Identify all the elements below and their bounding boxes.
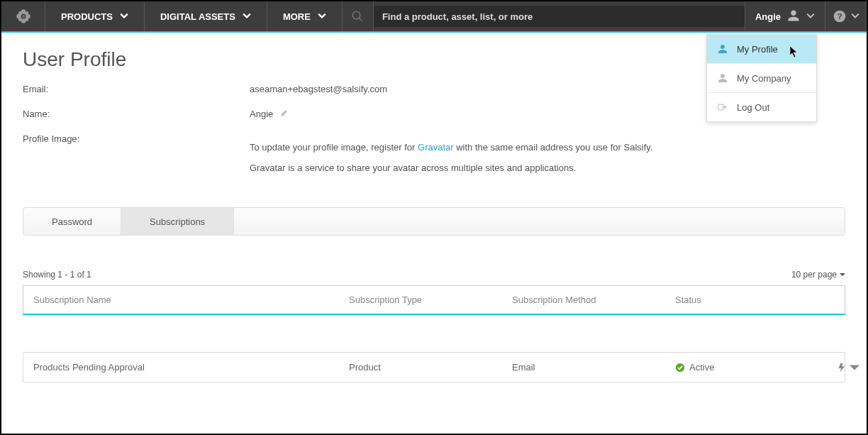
- nav-more-label: MORE: [283, 11, 311, 22]
- menu-my-company[interactable]: My Company: [707, 64, 816, 93]
- svg-point-7: [24, 18, 28, 21]
- gravatar-text-1b: with the same email address you use for …: [454, 142, 653, 153]
- chevron-down-icon: [120, 11, 128, 22]
- svg-point-8: [21, 15, 24, 18]
- gravatar-text-2: Gravatar is a service to share your avat…: [250, 163, 845, 173]
- cell-name: Products Pending Approval: [33, 362, 349, 373]
- nav-assets-label: DIGITAL ASSETS: [160, 11, 235, 22]
- subscriptions-table-body: Products Pending Approval Product Email …: [23, 352, 845, 382]
- search-container: [374, 1, 745, 31]
- svg-text:?: ?: [837, 11, 842, 21]
- user-icon: [786, 9, 801, 25]
- nav-products[interactable]: PRODUCTS: [45, 1, 145, 31]
- col-subscription-type: Subscription Type: [349, 294, 512, 305]
- svg-line-10: [360, 18, 363, 21]
- per-page-label: 10 per page: [791, 270, 837, 280]
- user-dropdown: My Profile My Company Log Out: [706, 34, 817, 122]
- name-label: Name:: [23, 109, 250, 119]
- chevron-down-icon: [318, 11, 326, 22]
- chevron-down-icon: [243, 11, 251, 22]
- caret-down-icon: [840, 272, 845, 277]
- chevron-down-icon: [806, 11, 815, 22]
- menu-company-label: My Company: [737, 73, 791, 84]
- svg-point-5: [24, 11, 28, 15]
- status-text: Active: [689, 362, 714, 373]
- svg-point-6: [18, 18, 21, 21]
- nav-digital-assets[interactable]: DIGITAL ASSETS: [145, 1, 267, 31]
- nav-more[interactable]: MORE: [267, 1, 343, 31]
- tab-password[interactable]: Password: [23, 208, 121, 235]
- table-row[interactable]: Products Pending Approval Product Email …: [23, 352, 845, 382]
- menu-my-profile[interactable]: My Profile: [707, 35, 816, 64]
- name-text: Angie: [250, 109, 273, 119]
- col-subscription-name: Subscription Name: [33, 294, 349, 305]
- cell-type: Product: [349, 362, 512, 373]
- cell-method: Email: [512, 362, 675, 373]
- subscriptions-table-header: Subscription Name Subscription Type Subs…: [23, 285, 845, 315]
- table-summary-bar: Showing 1 - 1 of 1 10 per page: [23, 270, 845, 280]
- showing-count: Showing 1 - 1 of 1: [23, 270, 91, 280]
- email-label: Email:: [23, 84, 250, 94]
- caret-down-icon: [850, 363, 859, 373]
- edit-name-icon[interactable]: [280, 109, 289, 119]
- gravatar-link[interactable]: Gravatar: [418, 142, 454, 153]
- menu-profile-label: My Profile: [737, 44, 778, 55]
- per-page-selector[interactable]: 10 per page: [791, 270, 845, 280]
- gravatar-text-1a: To update your profile image, register f…: [250, 142, 418, 153]
- col-subscription-method: Subscription Method: [512, 294, 675, 305]
- nav-products-label: PRODUCTS: [61, 11, 113, 22]
- row-actions[interactable]: [796, 363, 859, 373]
- tab-subscriptions[interactable]: Subscriptions: [121, 208, 234, 235]
- user-icon: [717, 43, 728, 55]
- col-status: Status: [675, 294, 796, 305]
- mouse-cursor-icon: [789, 45, 799, 60]
- user-name: Angie: [755, 11, 781, 22]
- check-circle-icon: [675, 363, 685, 373]
- bolt-icon: [837, 363, 847, 373]
- profile-image-help: To update your profile image, register f…: [250, 133, 845, 173]
- user-icon: [717, 72, 728, 84]
- help-menu[interactable]: ?: [825, 1, 867, 31]
- top-nav: PRODUCTS DIGITAL ASSETS MORE Angie ?: [1, 1, 867, 33]
- menu-log-out[interactable]: Log Out: [707, 93, 816, 121]
- chevron-down-icon: [851, 11, 859, 22]
- cell-status: Active: [675, 362, 796, 373]
- help-icon: ?: [833, 9, 847, 23]
- profile-tabs: Password Subscriptions: [23, 207, 845, 236]
- user-menu-toggle[interactable]: Angie: [745, 1, 825, 31]
- logo-icon[interactable]: [1, 1, 45, 31]
- svg-point-9: [353, 11, 361, 19]
- menu-logout-label: Log Out: [737, 102, 769, 113]
- svg-point-4: [18, 11, 21, 15]
- search-input[interactable]: [374, 6, 745, 27]
- logout-icon: [717, 101, 728, 113]
- search-icon[interactable]: [343, 1, 374, 31]
- profile-image-label: Profile Image:: [23, 133, 250, 173]
